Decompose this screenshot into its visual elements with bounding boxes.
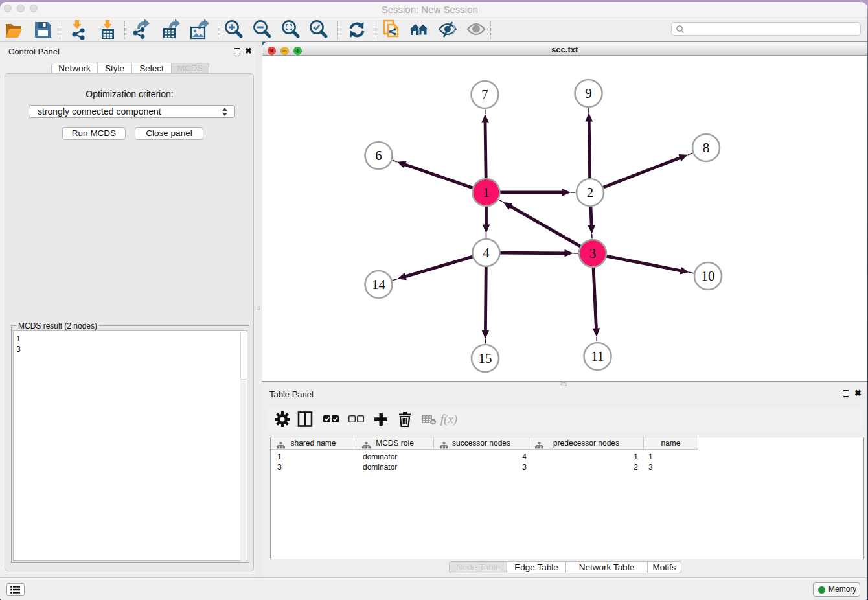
svg-text:8: 8 [703,140,710,156]
svg-text:14: 14 [372,277,386,292]
svg-text:11: 11 [591,349,604,364]
svg-text:6: 6 [375,148,382,163]
svg-text:1: 1 [483,185,490,200]
svg-text:3: 3 [589,246,597,261]
svg-text:f(x): f(x) [440,412,457,426]
svg-text:7: 7 [481,87,488,102]
svg-text:15: 15 [479,351,492,366]
svg-text:10: 10 [702,268,715,284]
svg-text:2: 2 [587,185,594,200]
svg-text:9: 9 [585,86,592,101]
svg-text:4: 4 [483,245,490,260]
